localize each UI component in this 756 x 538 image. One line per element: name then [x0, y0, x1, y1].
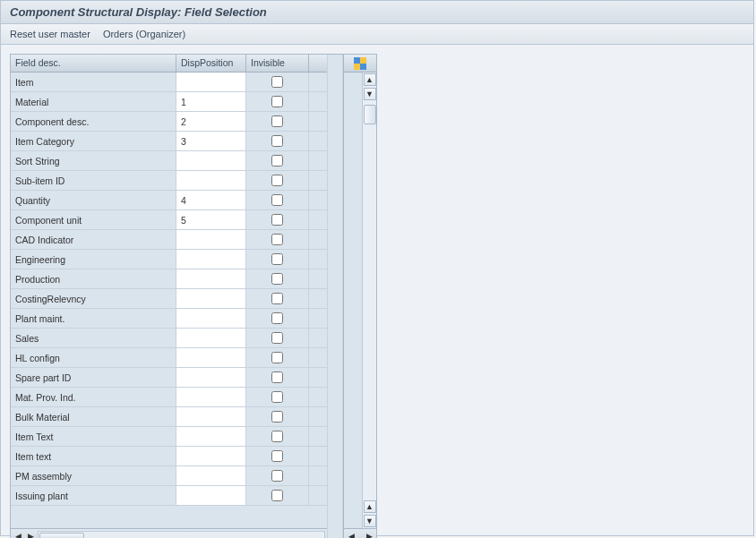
cell-disp-position[interactable]: 2: [176, 112, 246, 131]
invisible-checkbox[interactable]: [271, 371, 283, 383]
invisible-checkbox[interactable]: [271, 135, 283, 147]
table-row: Engineering: [11, 250, 327, 269]
cell-invisible: [246, 171, 309, 190]
scroll-up-arrow-icon[interactable]: ▲: [364, 73, 376, 86]
table-config-icon[interactable]: [354, 57, 366, 70]
invisible-checkbox[interactable]: [271, 470, 283, 482]
table-row: Component unit5: [11, 210, 327, 230]
page-title: Component Structural Display: Field Sele…: [10, 5, 267, 19]
h-scroll-track[interactable]: [38, 531, 325, 538]
cell-disp-position[interactable]: [176, 269, 246, 288]
cell-field-desc: Plant maint.: [11, 309, 176, 328]
grid-header-row: Field desc. DispPosition Invisible: [11, 55, 327, 73]
cell-field-desc: Sales: [11, 329, 176, 347]
grid-main: Field desc. DispPosition Invisible ItemM…: [11, 55, 327, 538]
invisible-checkbox[interactable]: [271, 332, 283, 344]
invisible-checkbox[interactable]: [271, 312, 283, 324]
cell-invisible: [246, 151, 309, 170]
invisible-checkbox[interactable]: [271, 214, 283, 226]
invisible-checkbox[interactable]: [271, 76, 283, 88]
col-header-disp-position[interactable]: DispPosition: [176, 55, 246, 72]
table-row: Component desc.2: [11, 112, 327, 132]
col-header-invisible[interactable]: Invisible: [246, 55, 309, 72]
cell-disp-position[interactable]: [176, 230, 246, 249]
invisible-checkbox[interactable]: [271, 175, 283, 186]
reset-user-master-button[interactable]: Reset user master: [10, 29, 90, 39]
scroll-left-arrow-icon[interactable]: ◀: [13, 531, 23, 538]
cell-disp-position[interactable]: 4: [176, 191, 246, 209]
cell-disp-position[interactable]: [176, 427, 246, 446]
invisible-checkbox[interactable]: [271, 194, 283, 206]
cell-invisible: [246, 348, 309, 367]
cell-invisible: [246, 191, 309, 209]
table-row: Plant maint.: [11, 309, 327, 329]
h-scroll-thumb[interactable]: [39, 533, 84, 538]
cell-disp-position[interactable]: [176, 289, 246, 308]
invisible-checkbox[interactable]: [271, 411, 283, 423]
cell-invisible: [246, 368, 309, 387]
invisible-checkbox[interactable]: [271, 234, 283, 245]
cell-disp-position[interactable]: [176, 73, 246, 91]
grid-horizontal-scrollbar: ◀ ▶: [11, 528, 327, 538]
cell-field-desc: Item text: [11, 447, 176, 465]
table-row: Sub-item ID: [11, 171, 327, 191]
cell-disp-position[interactable]: [176, 250, 246, 269]
invisible-checkbox[interactable]: [271, 391, 283, 403]
invisible-checkbox[interactable]: [271, 490, 283, 501]
cell-disp-position[interactable]: 3: [176, 132, 246, 150]
cell-disp-position[interactable]: [176, 388, 246, 406]
cell-disp-position[interactable]: [176, 368, 246, 387]
cell-disp-position[interactable]: 1: [176, 92, 246, 111]
cell-invisible: [246, 447, 309, 465]
content-area: Field desc. DispPosition Invisible ItemM…: [1, 45, 753, 534]
side-scroll-right-icon[interactable]: ▶: [364, 531, 374, 538]
v-scroll-thumb[interactable]: [364, 105, 376, 124]
cell-field-desc: Component desc.: [11, 112, 176, 131]
invisible-checkbox[interactable]: [271, 96, 283, 107]
invisible-checkbox[interactable]: [271, 450, 283, 462]
cell-invisible: [246, 289, 309, 308]
cell-disp-position[interactable]: [176, 151, 246, 170]
cell-disp-position[interactable]: [176, 171, 246, 190]
invisible-checkbox[interactable]: [271, 273, 283, 285]
cell-disp-position[interactable]: [176, 348, 246, 367]
cell-disp-position[interactable]: [176, 309, 246, 328]
invisible-checkbox[interactable]: [271, 431, 283, 442]
scroll-right-arrow-icon[interactable]: ▶: [25, 531, 36, 538]
scroll-down-arrow-icon[interactable]: ▼: [364, 88, 376, 100]
cell-invisible: [246, 92, 309, 111]
table-row: HL confign: [11, 348, 327, 368]
side-header: [344, 55, 376, 73]
cell-disp-position[interactable]: 5: [176, 210, 246, 229]
cell-field-desc: Quantity: [11, 191, 176, 209]
scroll-up-bottom-arrow-icon[interactable]: ▲: [364, 500, 376, 513]
cell-field-desc: Issuing plant: [11, 486, 176, 505]
field-selection-grid: Field desc. DispPosition Invisible ItemM…: [10, 54, 377, 538]
orders-organizer-button[interactable]: Orders (Organizer): [103, 29, 185, 39]
table-row: PM assembly: [11, 466, 327, 486]
table-row: Item Text: [11, 427, 327, 447]
cell-invisible: [246, 73, 309, 91]
v-scroll-track[interactable]: [364, 101, 376, 500]
side-scroll-left-icon[interactable]: ◀: [346, 531, 357, 538]
toolbar: Reset user master Orders (Organizer): [1, 24, 753, 45]
invisible-checkbox[interactable]: [271, 155, 283, 167]
invisible-checkbox[interactable]: [271, 293, 283, 304]
cell-field-desc: PM assembly: [11, 466, 176, 485]
cell-disp-position[interactable]: [176, 466, 246, 485]
cell-invisible: [246, 329, 309, 347]
invisible-checkbox[interactable]: [271, 115, 283, 127]
grid-gap: [327, 55, 343, 538]
table-row: Bulk Material: [11, 407, 327, 427]
cell-disp-position[interactable]: [176, 486, 246, 505]
cell-disp-position[interactable]: [176, 407, 246, 426]
cell-disp-position[interactable]: [176, 447, 246, 465]
table-row: Item Category3: [11, 132, 327, 151]
cell-disp-position[interactable]: [176, 329, 246, 347]
v-scrollbar: ▲ ▼ ▲ ▼: [362, 73, 376, 528]
invisible-checkbox[interactable]: [271, 253, 283, 265]
invisible-checkbox[interactable]: [271, 352, 283, 363]
cell-invisible: [246, 112, 309, 131]
scroll-down-bottom-arrow-icon[interactable]: ▼: [364, 515, 376, 527]
col-header-field-desc[interactable]: Field desc.: [11, 55, 176, 72]
